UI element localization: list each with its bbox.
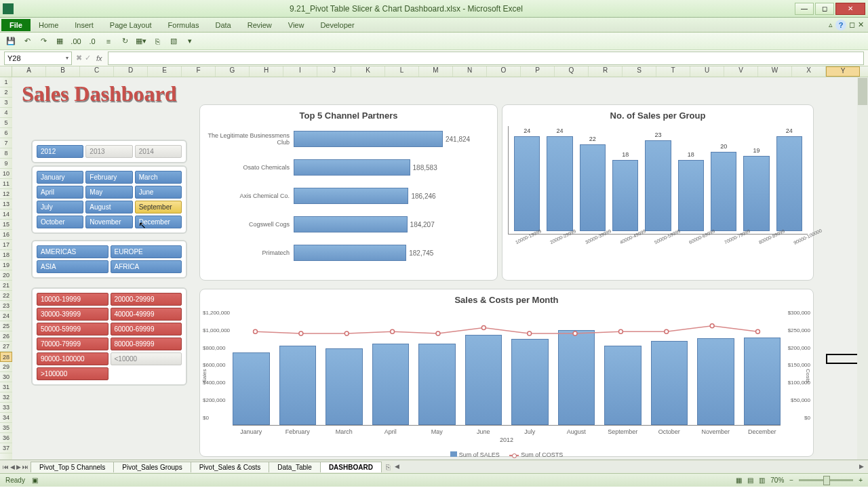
chart-sales-per-group[interactable]: No. of Sales per Group 24242218231820192… (502, 104, 814, 281)
slicer-item[interactable]: November (85, 216, 132, 228)
row-header[interactable]: 36 (0, 433, 12, 443)
slicer-item[interactable]: ASIA (37, 260, 108, 273)
slicer-item[interactable]: AFRICA (111, 260, 182, 273)
slicer-item[interactable]: 30000-39999 (37, 308, 108, 321)
row-header[interactable]: 27 (0, 342, 12, 352)
align-icon[interactable]: ≡ (102, 35, 115, 48)
cancel-icon[interactable]: ✖ (76, 54, 82, 62)
column-header[interactable]: Y (826, 66, 860, 77)
sheet-tab[interactable]: Pivot_Top 5 Channels (31, 462, 114, 472)
sheet-tab[interactable]: Pivot_Sales & Costs (191, 462, 270, 472)
sheet-tab[interactable]: Data_Table (269, 462, 321, 472)
column-header[interactable]: R (589, 66, 623, 77)
row-header[interactable]: 18 (0, 250, 12, 260)
ribbon-tab-view[interactable]: View (280, 19, 313, 31)
row-header[interactable]: 17 (0, 240, 12, 250)
slicer-item[interactable]: April (37, 186, 83, 199)
row-header[interactable]: 37 (0, 443, 12, 453)
row-header[interactable]: 5 (0, 118, 12, 128)
column-header[interactable]: S (623, 66, 656, 77)
macro-record-icon[interactable]: ▣ (32, 476, 38, 484)
slicer-item[interactable]: 20000-29999 (111, 293, 182, 306)
ribbon-tab-data[interactable]: Data (207, 19, 239, 31)
ribbon-tab-home[interactable]: Home (31, 19, 66, 31)
row-header[interactable]: 29 (0, 362, 12, 372)
row-header[interactable]: 23 (0, 301, 12, 311)
row-header[interactable]: 14 (0, 209, 12, 220)
row-header[interactable]: 31 (0, 382, 12, 392)
ribbon-tab-review[interactable]: Review (239, 19, 280, 31)
tab-nav-prev-icon[interactable]: ◀ (10, 464, 15, 470)
horizontal-scrollbar[interactable]: ◀ ▶ (393, 462, 865, 472)
column-header[interactable]: U (690, 66, 724, 77)
slicer-item[interactable]: 40000-49999 (111, 308, 182, 321)
zoom-in-icon[interactable]: + (859, 476, 863, 484)
row-header[interactable]: 21 (0, 281, 12, 291)
qat-customize-icon[interactable]: ▾ (183, 35, 197, 48)
column-header[interactable]: B (46, 66, 80, 77)
window-close-icon[interactable]: ✕ (858, 20, 864, 29)
formula-input[interactable] (108, 52, 864, 65)
slicer-item[interactable]: 70000-79999 (37, 338, 108, 350)
column-header[interactable]: L (385, 66, 419, 77)
row-header[interactable]: 33 (0, 403, 12, 413)
column-header[interactable]: E (148, 66, 182, 77)
slicer-item[interactable]: 90000-100000 (37, 352, 108, 365)
tab-nav-next-icon[interactable]: ▶ (16, 464, 21, 470)
row-header[interactable]: 1 (0, 77, 12, 87)
column-header[interactable]: W (758, 66, 792, 77)
row-header[interactable]: 10 (0, 169, 12, 179)
zoom-slider[interactable] (799, 479, 853, 481)
chart-top5-partners[interactable]: Top 5 Channel Partners The Legitimate Bu… (199, 104, 498, 281)
ribbon-tab-file[interactable]: File (1, 19, 31, 31)
slicer-item[interactable]: 10000-19999 (37, 293, 108, 306)
row-header[interactable]: 11 (0, 179, 12, 189)
tab-nav-last-icon[interactable]: ⏭ (22, 464, 28, 470)
save-icon[interactable]: 💾 (4, 35, 18, 48)
name-box[interactable]: Y28 (4, 52, 72, 65)
slicer-item[interactable]: <10000 (111, 352, 182, 365)
column-header[interactable]: I (283, 66, 317, 77)
column-header[interactable]: N (453, 66, 487, 77)
row-header[interactable]: 15 (0, 220, 12, 230)
column-header[interactable]: K (351, 66, 385, 77)
row-header[interactable]: 30 (0, 372, 12, 382)
column-header[interactable]: O (487, 66, 521, 77)
slicer-item[interactable]: October (37, 216, 83, 228)
ribbon-tab-formulas[interactable]: Formulas (160, 19, 208, 31)
wrap-icon[interactable]: ↻ (118, 35, 132, 48)
column-header[interactable]: P (521, 66, 555, 77)
row-header[interactable]: 6 (0, 128, 12, 138)
vertical-scrollbar[interactable] (857, 77, 868, 460)
new-sheet-icon[interactable]: ⎘ (386, 463, 391, 471)
redo-icon[interactable]: ↷ (37, 35, 50, 48)
column-header[interactable]: V (724, 66, 758, 77)
increase-decimal-icon[interactable]: .0 (85, 35, 99, 48)
ribbon-minimize-icon[interactable]: ▵ (829, 20, 833, 29)
zoom-level[interactable]: 70% (770, 476, 784, 484)
window-restore-icon[interactable]: ◻ (849, 20, 855, 29)
row-header[interactable]: 26 (0, 331, 12, 342)
minimize-button[interactable]: — (795, 3, 814, 15)
column-header[interactable]: F (182, 66, 216, 77)
slicer-item[interactable]: >100000 (37, 367, 108, 380)
slicer-item[interactable]: September (135, 201, 182, 214)
column-header[interactable]: A (12, 66, 46, 77)
column-header[interactable]: T (656, 66, 690, 77)
ribbon-tab-developer[interactable]: Developer (312, 19, 362, 31)
row-header[interactable]: 4 (0, 108, 12, 118)
column-header[interactable]: Q (555, 66, 589, 77)
undo-icon[interactable]: ↶ (20, 35, 34, 48)
tab-nav-first-icon[interactable]: ⏮ (3, 464, 9, 470)
row-header[interactable]: 12 (0, 189, 12, 199)
slicer-item[interactable]: AMERICAS (37, 245, 108, 258)
row-header[interactable]: 13 (0, 199, 12, 209)
slicer-item[interactable]: February (85, 171, 132, 184)
qat-btn[interactable]: ▦▾ (134, 35, 148, 48)
column-header[interactable]: D (114, 66, 148, 77)
row-header[interactable]: 20 (0, 270, 12, 281)
row-header[interactable]: 19 (0, 260, 12, 270)
help-icon[interactable]: ? (835, 20, 846, 30)
slicer-item[interactable]: 2013 (85, 145, 132, 158)
row-header[interactable]: 3 (0, 98, 12, 108)
